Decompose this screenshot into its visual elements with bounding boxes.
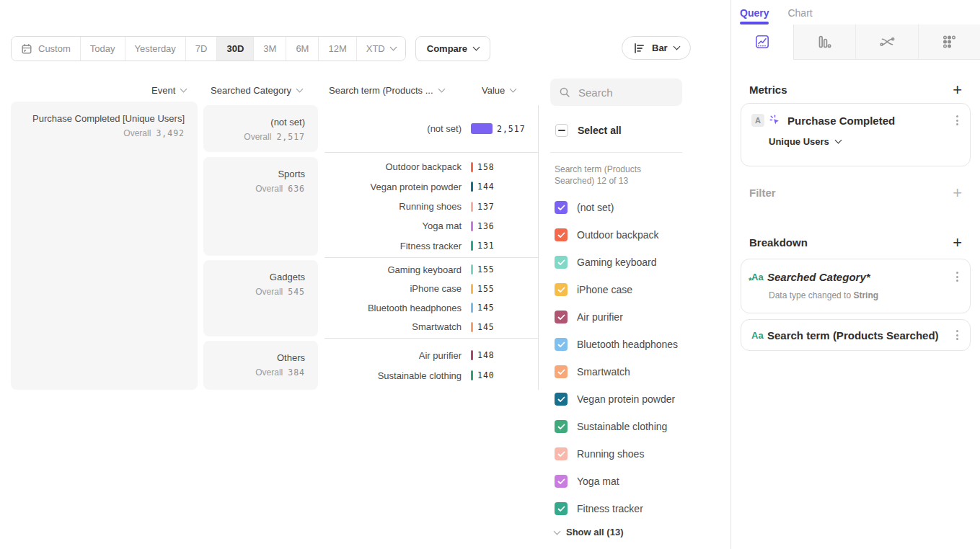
search-term-label: Running shoes: [325, 201, 462, 212]
tab-insights[interactable]: [731, 24, 794, 60]
legend-item[interactable]: iPhone case: [555, 276, 678, 303]
date-range-yesterday[interactable]: Yesterday: [125, 37, 185, 61]
table-row[interactable]: iPhone case 155: [325, 280, 538, 299]
column-header-search-term[interactable]: Search term (Products ...: [329, 85, 444, 96]
add-metric-button[interactable]: +: [953, 84, 962, 96]
table-row[interactable]: Running shoes 137: [325, 197, 538, 216]
value-bar: [471, 370, 473, 380]
column-header-value[interactable]: Value: [482, 85, 516, 96]
string-property-icon: Aa: [751, 272, 767, 282]
table-row[interactable]: Gaming keyboard 155: [325, 260, 538, 280]
legend-item[interactable]: Gaming keyboard: [555, 249, 678, 276]
search-input[interactable]: [577, 86, 666, 99]
breakdown-card-search-term[interactable]: Aa Search term (Products Searched): [741, 319, 971, 351]
table-row[interactable]: (not set) 2,517: [325, 119, 538, 139]
date-range-custom[interactable]: Custom: [12, 37, 80, 61]
checkbox-checked[interactable]: [555, 201, 568, 214]
legend-search-box[interactable]: [550, 79, 682, 106]
event-cell: Purchase Completed [Unique Users] Overal…: [11, 102, 198, 390]
table-row[interactable]: Air purifier 148: [325, 345, 538, 365]
value: 148: [477, 350, 495, 360]
date-range-12m[interactable]: 12M: [318, 37, 356, 61]
date-range-xtd[interactable]: XTD: [356, 37, 405, 61]
table-row[interactable]: Vegan protein powder 144: [325, 177, 538, 196]
funnels-icon: [816, 35, 832, 49]
tab-query[interactable]: Query: [740, 7, 769, 24]
table-row[interactable]: Fitness tracker 131: [325, 236, 538, 256]
chart-type-button[interactable]: Bar: [622, 36, 691, 60]
tab-chart[interactable]: Chart: [787, 7, 812, 24]
date-range-30d[interactable]: 30D: [216, 37, 253, 61]
category-overall-value: 2,517: [276, 132, 305, 142]
legend-item[interactable]: Air purifier: [555, 303, 678, 331]
legend-item[interactable]: Running shoes: [555, 440, 678, 468]
date-range-6m[interactable]: 6M: [286, 37, 318, 61]
legend-item[interactable]: (not set): [555, 194, 678, 221]
date-range-7d[interactable]: 7D: [185, 37, 217, 61]
value-bar: [471, 162, 473, 172]
date-range-today[interactable]: Today: [80, 37, 125, 61]
metric-card[interactable]: A Purchase Completed Unique Users: [741, 103, 971, 166]
table-row[interactable]: Bluetooth headphones 145: [325, 298, 538, 318]
checkbox-checked[interactable]: [555, 502, 568, 515]
kebab-menu-icon[interactable]: [955, 270, 960, 283]
add-breakdown-button[interactable]: +: [953, 237, 962, 249]
date-range-3m[interactable]: 3M: [253, 37, 286, 61]
select-all-label: Select all: [578, 125, 622, 136]
checkbox-checked[interactable]: [555, 256, 568, 269]
value: 136: [477, 221, 495, 231]
checkbox-checked[interactable]: [555, 283, 568, 296]
legend-item[interactable]: Vegan protein powder: [555, 385, 678, 413]
checkbox-checked[interactable]: [555, 338, 568, 351]
checkbox-checked[interactable]: [555, 393, 568, 406]
checkbox-checked[interactable]: [555, 311, 568, 323]
measure-selector[interactable]: Unique Users: [751, 136, 960, 147]
value-bar: [471, 264, 473, 274]
value: 144: [477, 182, 495, 192]
legend-item[interactable]: Yoga mat: [555, 468, 678, 495]
table-row[interactable]: Yoga mat 136: [325, 216, 538, 236]
retention-icon: [942, 35, 956, 49]
column-header-searched-category[interactable]: Searched Category: [211, 85, 302, 96]
category-cell: Sports Overall636: [203, 157, 318, 256]
checkbox-checked[interactable]: [555, 475, 568, 488]
column-header-event[interactable]: Event: [151, 85, 186, 96]
table-row[interactable]: Outdoor backpack 158: [325, 157, 538, 177]
table-row[interactable]: Smartwatch 145: [325, 318, 538, 337]
checkbox-checked[interactable]: [555, 365, 568, 378]
search-term-label: Yoga mat: [325, 220, 462, 231]
kebab-menu-icon[interactable]: [955, 114, 960, 127]
legend-item[interactable]: Outdoor backpack: [555, 221, 678, 249]
select-all-checkbox[interactable]: [555, 124, 568, 137]
add-filter-button[interactable]: +: [953, 187, 962, 199]
category-cell: (not set) Overall2,517: [203, 105, 318, 152]
breakdown-property-name: Searched Category*: [767, 271, 949, 283]
legend-item[interactable]: Sustainable clothing: [555, 413, 678, 440]
event-name: Purchase Completed [Unique Users]: [19, 112, 185, 125]
category-cell: Others Overall384: [203, 341, 318, 390]
compare-button[interactable]: Compare: [415, 36, 490, 61]
breakdown-card-searched-category[interactable]: Aa Searched Category* Data type changed …: [741, 259, 971, 313]
tab-funnels[interactable]: [794, 24, 857, 60]
value: 2,517: [497, 124, 526, 134]
legend-item-label: Sustainable clothing: [577, 421, 667, 432]
chevron-down-icon: [834, 137, 842, 144]
chevron-down-icon: [473, 44, 480, 51]
legend-item[interactable]: Bluetooth headphones: [555, 331, 678, 358]
legend-item-label: Fitness tracker: [577, 503, 643, 514]
value: 131: [477, 241, 495, 251]
table-row[interactable]: Sustainable clothing 140: [325, 365, 538, 385]
tab-flows[interactable]: [856, 24, 919, 60]
select-all-row[interactable]: Select all: [555, 124, 622, 137]
checkbox-checked[interactable]: [555, 447, 568, 460]
legend-item[interactable]: Smartwatch: [555, 358, 678, 385]
value: 158: [477, 162, 495, 172]
tab-retention[interactable]: [919, 24, 980, 60]
checkbox-checked[interactable]: [555, 228, 568, 241]
legend-item[interactable]: Fitness tracker: [555, 495, 678, 522]
show-all-button[interactable]: Show all (13): [555, 527, 623, 537]
category-overall-value: 384: [288, 367, 305, 378]
checkbox-checked[interactable]: [555, 420, 568, 433]
kebab-menu-icon[interactable]: [955, 329, 960, 342]
search-icon: [559, 86, 570, 98]
